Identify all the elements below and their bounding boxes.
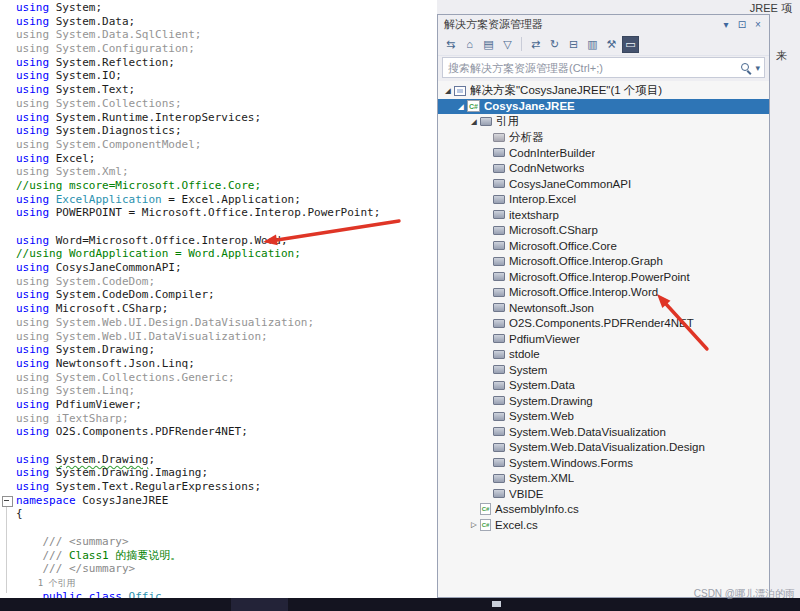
- collapse-icon[interactable]: ◢: [468, 117, 480, 126]
- tree-item[interactable]: Microsoft.CSharp: [438, 223, 769, 239]
- assembly-icon: [493, 443, 505, 452]
- tree-item[interactable]: Microsoft.Office.Interop.PowerPoint: [438, 269, 769, 285]
- fold-collapse-icon[interactable]: [2, 496, 13, 507]
- tree-item[interactable]: stdole: [438, 347, 769, 363]
- tree-item[interactable]: C#AssemblyInfo.cs: [438, 502, 769, 518]
- tree-item[interactable]: System.Drawing: [438, 393, 769, 409]
- tree-item-label: Microsoft.Office.Interop.Graph: [509, 255, 663, 267]
- sync-with-active-document-icon[interactable]: ⇄: [527, 36, 544, 53]
- search-icon[interactable]: [740, 62, 752, 74]
- close-icon[interactable]: ×: [750, 17, 766, 32]
- code-line: /// <summary>: [0, 535, 437, 549]
- tree-item[interactable]: O2S.Components.PDFRender4NET: [438, 316, 769, 332]
- tree-item[interactable]: Microsoft.Office.Interop.Graph: [438, 254, 769, 270]
- tree-item-label: Excel.cs: [495, 519, 538, 531]
- expand-icon[interactable]: ▷: [468, 520, 480, 529]
- assembly-icon: [493, 148, 505, 157]
- fold-guide-line: [6, 507, 7, 593]
- tree-item-label: System.Windows.Forms: [509, 457, 633, 469]
- tree-item-label: System.Drawing: [509, 395, 593, 407]
- code-line: using System.Collections;: [0, 97, 437, 111]
- filter-icon[interactable]: ▽: [499, 36, 516, 53]
- code-line: /// </summary>: [0, 562, 437, 576]
- code-line: using System.Runtime.InteropServices;: [0, 111, 437, 125]
- assembly-icon: [493, 489, 505, 498]
- assembly-icon: [493, 334, 505, 343]
- chevron-down-icon[interactable]: ▾: [754, 63, 764, 73]
- code-line: [0, 220, 437, 234]
- tree-item[interactable]: itextsharp: [438, 207, 769, 223]
- tree-item[interactable]: VBIDE: [438, 486, 769, 502]
- code-line: using Newtonsoft.Json.Linq;: [0, 357, 437, 371]
- assembly-icon: [493, 474, 505, 483]
- tree-item[interactable]: System.XML: [438, 471, 769, 487]
- tree-item-label: Microsoft.Office.Core: [509, 240, 617, 252]
- properties-icon[interactable]: ⚒: [603, 36, 620, 53]
- background-text-fragment: 来: [776, 48, 800, 63]
- code-line: using System.ComponentModel;: [0, 138, 437, 152]
- refresh-icon[interactable]: ↻: [546, 36, 563, 53]
- titlebar-icons: ▾⊡×: [718, 17, 766, 32]
- code-editor[interactable]: using System;using System.Data;using Sys…: [0, 0, 437, 598]
- tree-item[interactable]: ◢引用: [438, 114, 769, 130]
- solution-explorer-titlebar[interactable]: 解决方案资源管理器 ▾⊡×: [438, 15, 769, 33]
- code-line: [0, 439, 437, 453]
- tree-item[interactable]: CodnNetworks: [438, 161, 769, 177]
- tree-item[interactable]: System.Data: [438, 378, 769, 394]
- code-line: using CosysJaneCommonAPI;: [0, 261, 437, 275]
- solution-icon: [454, 86, 466, 96]
- tree-item-label: System.Web: [509, 410, 574, 422]
- assembly-icon: [493, 195, 505, 204]
- collapse-all-icon[interactable]: ⊟: [565, 36, 582, 53]
- tree-item[interactable]: ◢C#CosysJaneJREE: [438, 99, 769, 115]
- panel-title: 解决方案资源管理器: [444, 17, 543, 32]
- assembly-icon: [493, 303, 505, 312]
- assembly-icon: [493, 164, 505, 173]
- collapse-icon[interactable]: ◢: [455, 102, 467, 111]
- tree-item[interactable]: Microsoft.Office.Core: [438, 238, 769, 254]
- tree-item[interactable]: System.Windows.Forms: [438, 455, 769, 471]
- assembly-icon: [493, 257, 505, 266]
- tree-item[interactable]: Interop.Excel: [438, 192, 769, 208]
- tree-item[interactable]: ▷C#Excel.cs: [438, 517, 769, 533]
- pin-icon[interactable]: ⊡: [734, 17, 750, 32]
- tree-item-label: Microsoft.Office.Interop.PowerPoint: [509, 271, 690, 283]
- tree-item[interactable]: CosysJaneCommonAPI: [438, 176, 769, 192]
- tree-item[interactable]: CodnInterBuilder: [438, 145, 769, 161]
- tree-item-label: Microsoft.Office.Interop.Word: [509, 286, 658, 298]
- preview-selected-items-icon[interactable]: ▭: [622, 36, 639, 53]
- assembly-icon: [493, 288, 505, 297]
- collapse-icon[interactable]: ◢: [442, 86, 454, 95]
- switch-views-icon[interactable]: ▤: [480, 36, 497, 53]
- code-line: [0, 521, 437, 535]
- show-all-files-icon[interactable]: ▥: [584, 36, 601, 53]
- tree-item[interactable]: 分析器: [438, 130, 769, 146]
- tree-item-label: Interop.Excel: [509, 193, 576, 205]
- tree-item[interactable]: PdfiumViewer: [438, 331, 769, 347]
- tree-item-label: System.Data: [509, 379, 575, 391]
- tree-item-label: itextsharp: [509, 209, 559, 221]
- tree-item-label: O2S.Components.PDFRender4NET: [509, 317, 694, 329]
- code-line: using O2S.Components.PDFRender4NET;: [0, 425, 437, 439]
- sync-selection-icon[interactable]: ⇆: [442, 36, 459, 53]
- code-line: using System.Drawing;: [0, 453, 437, 467]
- taskbar-item[interactable]: [492, 601, 501, 607]
- tree-item[interactable]: Newtonsoft.Json: [438, 300, 769, 316]
- tree-item[interactable]: System.Web.DataVisualization: [438, 424, 769, 440]
- assembly-icon: [493, 412, 505, 421]
- taskbar-item[interactable]: [231, 598, 288, 611]
- tree-item[interactable]: Microsoft.Office.Interop.Word: [438, 285, 769, 301]
- assembly-icon: [493, 381, 505, 390]
- tree-item[interactable]: System.Web.DataVisualization.Design: [438, 440, 769, 456]
- taskbar[interactable]: [0, 598, 800, 611]
- search-box[interactable]: ▾: [442, 57, 765, 78]
- tree-item-label: CodnNetworks: [509, 162, 584, 174]
- code-line: using System.IO;: [0, 69, 437, 83]
- tree-item[interactable]: System.Web: [438, 409, 769, 425]
- search-input[interactable]: [443, 62, 740, 74]
- tree-item[interactable]: ◢解决方案"CosysJaneJREE"(1 个项目): [438, 83, 769, 99]
- csfile-icon: C#: [480, 519, 491, 531]
- window-position-icon[interactable]: ▾: [718, 17, 734, 32]
- home-icon[interactable]: ⌂: [461, 36, 478, 53]
- tree-item[interactable]: System: [438, 362, 769, 378]
